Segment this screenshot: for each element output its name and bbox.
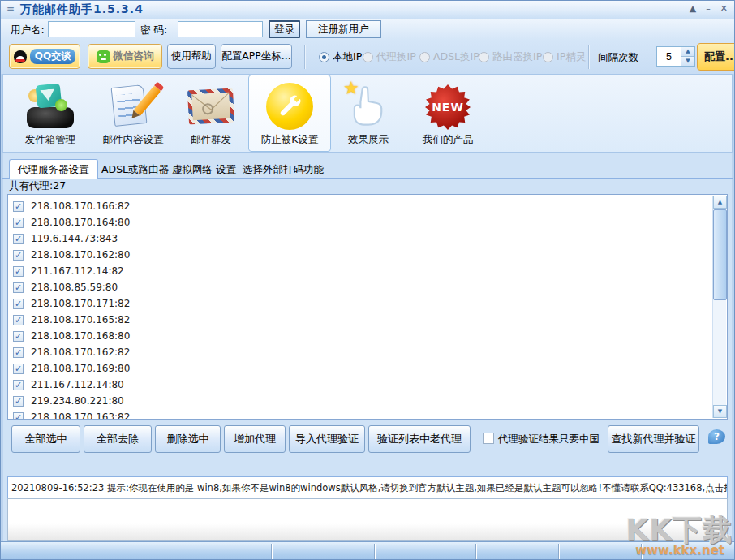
nav-label: 邮件群发 xyxy=(191,133,231,147)
system-menu-icon[interactable]: = xyxy=(6,3,15,15)
proxy-checkbox[interactable]: ✓ xyxy=(13,201,24,212)
radio-proxy-ip[interactable]: 代理换IP xyxy=(363,50,416,64)
proxy-group-header: 共有代理:27 xyxy=(9,180,726,192)
radio-local-ip[interactable]: 本地IP xyxy=(319,50,362,64)
register-button[interactable]: 注册新用户 xyxy=(306,20,381,38)
proxy-checkbox[interactable]: ✓ xyxy=(13,396,24,407)
proxy-row[interactable]: ✓ 218.108.170.165:82 xyxy=(8,312,727,328)
proxy-checkbox[interactable]: ✓ xyxy=(13,234,24,244)
nav-our-products[interactable]: NEW 我们的产品 xyxy=(406,75,490,151)
close-button[interactable]: ✕ xyxy=(720,2,728,15)
group-divider xyxy=(71,187,726,187)
proxy-address: 218.108.170.162:80 xyxy=(31,249,130,261)
radio-adsl-ip[interactable]: ADSL换IP xyxy=(419,50,479,64)
radio-router-ip-label: 路由器换IP xyxy=(492,50,542,64)
proxy-row[interactable]: ✓ 218.108.170.163:82 xyxy=(8,409,727,420)
proxy-checkbox[interactable]: ✓ xyxy=(13,364,24,374)
proxy-checkbox[interactable]: ✓ xyxy=(13,315,24,325)
spinner-down-icon[interactable]: ▼ xyxy=(681,56,694,66)
nav-outbox-management[interactable]: 发件箱管理 xyxy=(8,75,92,151)
wechat-consult-button[interactable]: 微信咨询 xyxy=(88,44,162,69)
radio-proxy-ip-label: 代理换IP xyxy=(376,50,416,64)
qq-chat-button[interactable]: QQ交谈 xyxy=(9,44,80,69)
proxy-row[interactable]: ✓ 218.108.170.162:80 xyxy=(8,247,727,263)
vertical-scrollbar[interactable]: ▲ ▼ xyxy=(712,196,726,418)
nav-anti-block-settings[interactable]: 防止被K设置 xyxy=(248,75,331,152)
radio-dot-icon xyxy=(543,52,553,62)
interval-input[interactable] xyxy=(657,47,681,66)
radio-dot-icon xyxy=(419,52,430,62)
proxy-list[interactable]: ✓ 218.108.170.166:82 ✓ 218.108.170.164:8… xyxy=(7,194,728,420)
proxy-row[interactable]: ✓ 211.167.112.14:82 xyxy=(8,263,727,279)
proxy-checkbox[interactable]: ✓ xyxy=(13,347,24,358)
proxy-row[interactable]: ✓ 218.108.170.168:80 xyxy=(8,328,727,344)
tab-proxy-server-settings[interactable]: 代理服务器设置 xyxy=(9,159,98,179)
spinner-arrows: ▲ ▼ xyxy=(681,47,694,66)
proxy-address: 211.167.112.14:82 xyxy=(31,265,124,277)
radio-router-ip[interactable]: 路由器换IP xyxy=(479,50,542,64)
radio-ip-genie[interactable]: IP精灵 xyxy=(543,50,586,64)
proxy-row[interactable]: ✓ 211.167.112.14:80 xyxy=(8,377,727,393)
proxy-address: 218.108.170.165:82 xyxy=(31,314,130,325)
proxy-checkbox[interactable]: ✓ xyxy=(13,266,24,277)
proxy-row[interactable]: ✓ 119.6.144.73:843 xyxy=(8,230,727,247)
china-only-checkbox[interactable] xyxy=(483,433,494,444)
proxy-checkbox[interactable]: ✓ xyxy=(13,380,24,390)
statusbar-divider xyxy=(374,544,376,559)
help-bubble-icon[interactable]: ? xyxy=(708,429,725,444)
nav-effect-showcase[interactable]: ★ 效果展示 xyxy=(331,75,406,151)
proxy-checkbox[interactable]: ✓ xyxy=(13,299,24,309)
usage-help-button[interactable]: 使用帮助 xyxy=(167,44,216,69)
proxy-address: 218.108.85.59:80 xyxy=(31,282,118,293)
proxy-row[interactable]: ✓ 218.108.170.164:80 xyxy=(8,214,727,230)
wechat-icon xyxy=(97,50,110,63)
proxy-row[interactable]: ✓ 219.234.80.221:80 xyxy=(8,393,727,409)
scrollbar-thumb[interactable] xyxy=(713,209,727,300)
statusbar-divider xyxy=(271,544,273,559)
scroll-down-icon[interactable]: ▼ xyxy=(713,405,727,418)
wechat-consult-label: 微信咨询 xyxy=(114,50,154,63)
proxy-address: 218.108.170.163:82 xyxy=(31,411,130,420)
add-proxy-button[interactable]: 增加代理 xyxy=(224,425,286,453)
proxy-row[interactable]: ✓ 218.108.170.166:82 xyxy=(8,198,727,214)
radio-dot-icon xyxy=(363,52,373,62)
proxy-address: 218.108.170.164:80 xyxy=(31,217,130,228)
password-input[interactable] xyxy=(178,21,263,37)
proxy-checkbox[interactable]: ✓ xyxy=(13,282,24,293)
proxy-checkbox[interactable]: ✓ xyxy=(13,218,24,228)
proxy-checkbox[interactable]: ✓ xyxy=(13,412,24,420)
select-all-button[interactable]: 全部选中 xyxy=(11,425,80,453)
proxy-row[interactable]: ✓ 218.108.170.169:80 xyxy=(8,360,727,377)
password-label: 密 码: xyxy=(140,24,167,37)
proxy-row[interactable]: ✓ 218.108.170.162:82 xyxy=(8,344,727,360)
tab-captcha-function[interactable]: 选择外部打码功能 xyxy=(234,160,332,179)
proxy-checkbox[interactable]: ✓ xyxy=(13,331,24,342)
proxy-address: 218.108.170.171:82 xyxy=(31,298,130,309)
action-row: 全部选中 全部去除 删除选中 增加代理 导入代理验证 验证列表中老代理 代理验证… xyxy=(1,424,734,455)
username-input[interactable] xyxy=(48,21,135,37)
scroll-up-icon[interactable]: ▲ xyxy=(713,196,727,209)
spinner-up-icon[interactable]: ▲ xyxy=(681,47,694,56)
import-verify-button[interactable]: 导入代理验证 xyxy=(289,425,365,453)
window-title: 万能邮件助手1.5.3.4 xyxy=(20,2,144,17)
interval-spinner: ▲ ▼ xyxy=(656,46,695,67)
minimize-button[interactable]: – xyxy=(706,2,711,15)
tab-adsl-router-settings[interactable]: ADSL或路由器 虚拟网络 设置 xyxy=(93,160,244,179)
login-button[interactable]: 登录 xyxy=(269,20,300,38)
proxy-row[interactable]: ✓ 218.108.85.59:80 xyxy=(8,279,727,295)
deselect-all-button[interactable]: 全部去除 xyxy=(84,425,152,453)
status-message: 20210809-16:52:23 提示:你现在使用的是 win8,如果你不是w… xyxy=(7,476,728,498)
config-button[interactable]: 配置... xyxy=(697,43,735,71)
proxy-address: 218.108.170.162:82 xyxy=(31,347,130,358)
proxy-checkbox[interactable]: ✓ xyxy=(13,250,24,261)
nav-label: 防止被K设置 xyxy=(261,133,319,147)
nav-mail-content-settings[interactable]: 邮件内容设置 xyxy=(92,75,174,151)
nav-mass-mailing[interactable]: 邮件群发 xyxy=(174,75,248,151)
verify-old-proxies-button[interactable]: 验证列表中老代理 xyxy=(368,425,471,453)
proxy-row[interactable]: ✓ 218.108.170.171:82 xyxy=(8,295,727,312)
config-app-coords-button[interactable]: 配置APP坐标... xyxy=(221,44,292,69)
rollup-button[interactable]: ▲ xyxy=(690,2,696,15)
window-controls: ▲ – ✕ xyxy=(690,2,728,15)
find-new-proxies-button[interactable]: 查找新代理并验证 xyxy=(608,425,699,453)
delete-selected-button[interactable]: 删除选中 xyxy=(155,425,221,453)
